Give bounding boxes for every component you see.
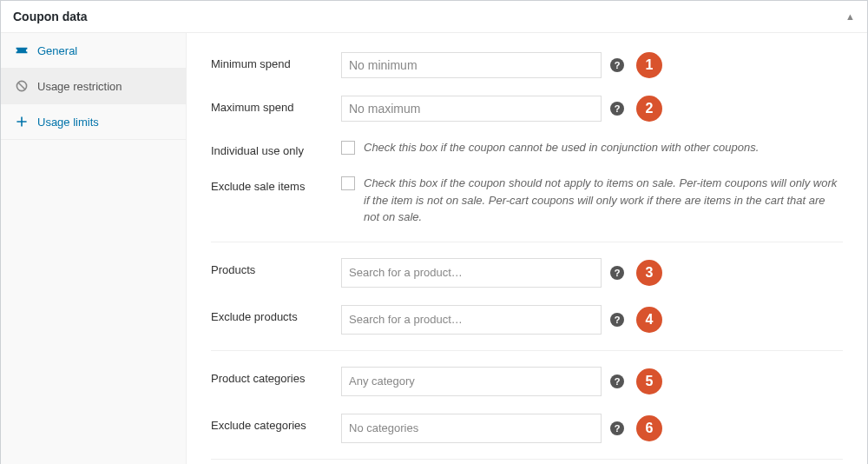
row-maximum-spend: Maximum spend ? 2: [211, 87, 843, 130]
ticket-icon: [15, 43, 29, 57]
products-select[interactable]: Search for a product…: [341, 258, 602, 288]
row-exclude-categories: Exclude categories No categories ? 6: [211, 405, 843, 452]
help-icon[interactable]: ?: [610, 313, 624, 327]
exclude-sale-checkbox[interactable]: [341, 176, 355, 190]
tab-general-label: General: [37, 44, 77, 57]
tab-usage-limits[interactable]: Usage limits: [1, 104, 186, 140]
help-icon[interactable]: ?: [610, 375, 624, 388]
label-individual-use: Individual use only: [211, 139, 341, 157]
label-exclude-categories: Exclude categories: [211, 414, 341, 432]
tab-limits-label: Usage limits: [37, 116, 99, 129]
panel-title: Coupon data: [13, 10, 88, 23]
row-minimum-spend: Minimum spend ? 1: [211, 43, 843, 87]
svg-line-1: [18, 83, 25, 89]
tab-general[interactable]: General: [1, 33, 186, 69]
help-icon[interactable]: ?: [610, 421, 624, 435]
minimum-spend-input[interactable]: [341, 52, 602, 78]
label-minimum-spend: Minimum spend: [211, 52, 341, 70]
ban-icon: [15, 79, 29, 93]
tab-restriction-label: Usage restriction: [37, 80, 122, 93]
help-icon[interactable]: ?: [610, 266, 624, 280]
callout-2: 2: [636, 96, 662, 122]
label-products: Products: [211, 258, 341, 276]
coupon-data-panel: Coupon data ▲ General Usage restriction: [0, 0, 868, 464]
label-product-categories: Product categories: [211, 367, 341, 385]
tab-usage-restriction[interactable]: Usage restriction: [1, 69, 186, 104]
callout-1: 1: [636, 52, 662, 78]
callout-6: 6: [636, 415, 662, 441]
row-products: Products Search for a product… ? 3: [211, 242, 843, 296]
row-allowed-emails: Allowed emails ?: [211, 459, 843, 465]
exclude-categories-select[interactable]: No categories: [341, 414, 602, 443]
content-area: Minimum spend ? 1 Maximum spend ? 2 Indi…: [187, 33, 867, 464]
row-product-categories: Product categories Any category ? 5: [211, 350, 843, 405]
row-individual-use: Individual use only Check this box if th…: [211, 130, 843, 166]
individual-use-desc: Check this box if the coupon cannot be u…: [364, 139, 759, 156]
label-exclude-sale: Exclude sale items: [211, 175, 341, 193]
callout-4: 4: [636, 307, 662, 333]
maximum-spend-input[interactable]: [341, 96, 602, 122]
exclude-sale-desc: Check this box if the coupon should not …: [364, 175, 843, 226]
individual-use-checkbox[interactable]: [341, 141, 355, 155]
callout-5: 5: [636, 368, 662, 394]
panel-header[interactable]: Coupon data ▲: [1, 1, 867, 33]
row-exclude-sale: Exclude sale items Check this box if the…: [211, 166, 843, 235]
exclude-products-select[interactable]: Search for a product…: [341, 305, 602, 335]
label-maximum-spend: Maximum spend: [211, 96, 341, 114]
label-exclude-products: Exclude products: [211, 305, 341, 323]
collapse-icon[interactable]: ▲: [845, 11, 855, 22]
categories-select[interactable]: Any category: [341, 367, 602, 396]
row-exclude-products: Exclude products Search for a product… ?…: [211, 296, 843, 343]
callout-3: 3: [636, 260, 662, 286]
arrows-icon: [15, 115, 29, 129]
panel-body: General Usage restriction Usage limits M…: [1, 33, 867, 464]
help-icon[interactable]: ?: [610, 102, 624, 116]
sidebar: General Usage restriction Usage limits: [1, 33, 187, 464]
help-icon[interactable]: ?: [610, 58, 624, 72]
